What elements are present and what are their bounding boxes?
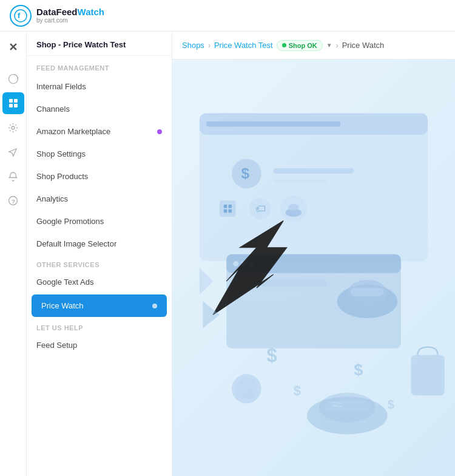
logo-brand: DataFeedWatch xyxy=(36,7,104,18)
svg-text:$: $ xyxy=(241,165,250,182)
price-watch-dot-indicator xyxy=(152,304,157,308)
svg-rect-36 xyxy=(351,288,384,296)
sidebar-item-google-promotions[interactable]: Google Promotions xyxy=(27,210,172,233)
svg-rect-15 xyxy=(274,168,354,174)
breadcrumb-sep-1: › xyxy=(208,41,211,50)
grid-icon[interactable] xyxy=(2,92,24,114)
svg-text:🏷: 🏷 xyxy=(255,203,266,215)
sidebar-shop-title: Shop - Price Watch Test xyxy=(36,40,126,49)
svg-rect-21 xyxy=(228,209,232,213)
breadcrumb-sep-2: › xyxy=(336,41,339,50)
let-us-help-label: Let Us Help xyxy=(27,318,172,334)
main-content-area: $ 🏷 xyxy=(172,59,455,476)
other-services-label: Other Services xyxy=(27,255,172,271)
shop-status-badge: Shop OK xyxy=(277,40,323,51)
sidebar-item-internal-fields[interactable]: Internal Fields xyxy=(27,75,172,98)
svg-rect-48 xyxy=(411,355,444,395)
logo-sub: by cart.com xyxy=(36,17,104,24)
svg-text:$: $ xyxy=(267,345,277,366)
sidebar-item-analytics[interactable]: Analytics xyxy=(27,188,172,210)
svg-rect-4 xyxy=(14,99,18,103)
svg-rect-12 xyxy=(206,121,340,127)
svg-rect-18 xyxy=(224,205,228,208)
illustration-svg: $ 🏷 xyxy=(172,59,455,476)
amazon-dot-indicator xyxy=(157,129,162,134)
svg-point-42 xyxy=(236,378,257,399)
breadcrumb-shops-link[interactable]: Shops xyxy=(182,41,204,50)
svg-rect-5 xyxy=(9,104,13,107)
breadcrumb-shop-link[interactable]: Price Watch Test xyxy=(214,41,273,50)
svg-text:f: f xyxy=(18,11,21,20)
sidebar-item-feed-setup[interactable]: Feed Setup xyxy=(27,334,172,356)
svg-rect-17 xyxy=(220,200,236,217)
breadcrumb-current-page: Price Watch xyxy=(342,41,385,50)
help-icon[interactable]: ? xyxy=(2,189,24,211)
shop-dropdown-arrow[interactable]: ▼ xyxy=(326,42,332,49)
top-header: f DataFeedWatch by cart.com xyxy=(0,0,455,32)
close-rail-button[interactable]: ✕ xyxy=(2,36,24,58)
svg-rect-19 xyxy=(228,205,232,208)
svg-text:?: ? xyxy=(12,198,15,204)
palette-icon[interactable] xyxy=(2,68,24,90)
bell-icon[interactable] xyxy=(2,165,24,187)
svg-point-0 xyxy=(15,10,27,22)
svg-point-7 xyxy=(12,126,15,129)
content-area: Shops › Price Watch Test Shop OK ▼ › Pri… xyxy=(172,32,455,476)
sidebar: Shop - Price Watch Test Feed Management … xyxy=(27,32,172,476)
svg-point-26 xyxy=(288,204,299,211)
sidebar-item-amazon-marketplace[interactable]: Amazon Marketplace xyxy=(27,120,172,143)
svg-rect-3 xyxy=(9,99,13,103)
svg-rect-20 xyxy=(224,209,228,213)
svg-marker-51 xyxy=(203,301,220,328)
breadcrumb-bar: Shops › Price Watch Test Shop OK ▼ › Pri… xyxy=(172,32,455,59)
shop-status-dot xyxy=(282,43,286,47)
sidebar-header: Shop - Price Watch Test xyxy=(27,32,172,56)
sidebar-item-channels[interactable]: Channels xyxy=(27,98,172,120)
sidebar-item-shop-products[interactable]: Shop Products xyxy=(27,165,172,188)
svg-point-29 xyxy=(233,261,238,267)
sidebar-item-google-text-ads[interactable]: Google Text Ads xyxy=(27,271,172,293)
main-layout: ✕ xyxy=(0,32,455,476)
svg-rect-6 xyxy=(14,104,18,107)
send-icon[interactable] xyxy=(2,141,24,163)
icon-rail: ✕ xyxy=(0,32,27,476)
sidebar-item-price-watch[interactable]: Price Watch xyxy=(32,294,167,317)
logo-icon: f xyxy=(10,5,32,27)
sidebar-item-default-image-selector[interactable]: Default Image Selector xyxy=(27,233,172,255)
feed-management-label: Feed Management xyxy=(27,56,172,75)
shop-status-text: Shop OK xyxy=(289,42,317,49)
logo-area: f DataFeedWatch by cart.com xyxy=(10,5,104,27)
svg-text:$: $ xyxy=(388,398,394,411)
sidebar-item-shop-settings[interactable]: Shop Settings xyxy=(27,143,172,165)
settings-icon[interactable] xyxy=(2,117,24,138)
svg-text:$: $ xyxy=(354,361,363,379)
price-watch-illustration: $ 🏷 xyxy=(172,59,455,476)
svg-marker-50 xyxy=(200,268,213,294)
svg-rect-16 xyxy=(274,179,328,183)
svg-rect-10 xyxy=(200,114,428,261)
logo-text: DataFeedWatch by cart.com xyxy=(36,7,104,24)
svg-text:$: $ xyxy=(294,383,301,398)
